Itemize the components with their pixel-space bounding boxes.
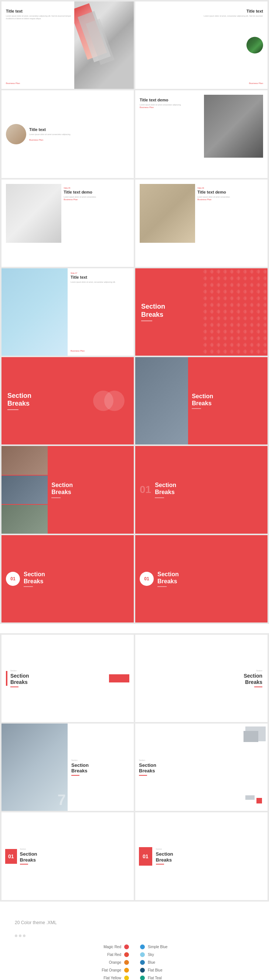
color-dot-magic-red (124, 945, 129, 949)
color-row-sky: Sky (140, 952, 254, 957)
nav-dots-deco (15, 934, 254, 937)
color-dot-flat-red (124, 952, 129, 957)
slide-body-2: Lorem ipsum dolor sit amet, consectetur … (140, 15, 263, 18)
left-color-column: Magic Red Flat Red Orange Flat Orange Fl… (15, 945, 129, 980)
ws-title-3: SectionBreaks (71, 762, 130, 774)
slide-8-red: SectionBreaks (135, 268, 267, 356)
ws-small-label-3: Section (71, 759, 130, 761)
slide-label-3: Business Plan (29, 139, 129, 141)
color-dot-flat-orange (124, 968, 129, 973)
sail-image (2, 268, 68, 356)
ws-title-1: SectionBreaks (10, 673, 106, 686)
color-theme-section: 20 Color theme .XML Magic Red Flat Red O… (0, 913, 269, 980)
cards-image (204, 95, 263, 158)
forest-circle (247, 37, 263, 54)
slide-title-4: Title text demo (140, 98, 203, 102)
section-underline-8 (141, 320, 152, 321)
slide-label-6: Business Plan (197, 198, 263, 200)
ws-title-5: SectionBreaks (20, 851, 37, 863)
ws-underline-5 (20, 864, 28, 864)
slide-body-1: Lorem ipsum dolor sit amet, consectetur … (6, 15, 74, 20)
slide-10-red: SectionBreaks (135, 357, 267, 444)
slide-4: Title text demo Lorem ipsum dolor sit am… (135, 90, 267, 178)
slide-body-6: Lorem ipsum dolor sit amet consectetur. (197, 196, 263, 198)
section-underline-10 (192, 408, 201, 409)
slide-2: Title text Lorem ipsum dolor sit amet, c… (135, 2, 267, 89)
collage-image (135, 357, 188, 444)
color-label-flat-yellow: Flat Yellow (103, 976, 121, 980)
slide-label-5: Business Plan (63, 198, 129, 200)
section-title-9: SectionBreaks (7, 392, 32, 408)
color-row-orange: Orange (15, 960, 129, 965)
section-title-8: SectionBreaks (141, 303, 165, 319)
slide-12-red: 01 SectionBreaks (135, 446, 267, 533)
section-underline-14 (157, 586, 167, 587)
color-label-flat-orange: Flat Orange (101, 968, 121, 972)
slide-13-red: 01 SectionBreaks (2, 535, 134, 622)
color-label-orange: Orange (109, 960, 121, 964)
color-dot-orange (124, 960, 129, 965)
color-row-flat-red: Flat Red (15, 952, 129, 957)
slide-14-red: 01 SectionBreaks (135, 535, 267, 622)
ws-underline-3 (71, 775, 79, 776)
white-slide-5: 01 Section SectionBreaks (2, 812, 134, 900)
slide-3: Title text Lorem ipsum dolor sit amet co… (2, 90, 134, 178)
section-title-12: SectionBreaks (155, 482, 176, 496)
slide-body-4: Lorem ipsum dolor sit amet consectetur a… (140, 103, 203, 106)
ws-title-6: SectionBreaks (156, 851, 173, 863)
color-label-magic-red: Magic Red (103, 945, 121, 949)
section-title-14: SectionBreaks (157, 571, 179, 585)
slide-tiny-label-7: Slide 07 (71, 272, 131, 274)
slide-title-5: Title text demo (63, 190, 129, 194)
slide-title-7: Title text (71, 275, 131, 279)
section-underline-9 (7, 409, 19, 410)
slide-1: Title text Lorem ipsum dolor sit amet, c… (2, 2, 134, 89)
number-circle-13: 01 (6, 572, 20, 586)
red-bar-number-5: 01 (5, 849, 17, 864)
number-circle-14: 01 (140, 572, 154, 586)
color-dot-simple-blue (140, 945, 145, 949)
hex-pattern (201, 268, 267, 356)
slide-5: Slide 05 Title text demo Lorem ipsum dol… (2, 180, 134, 267)
slide-tiny-label-5: Slide 05 (63, 187, 129, 189)
white-slides-grid: Section SectionBreaks Section SectionBre… (0, 633, 269, 902)
coffee-image (140, 184, 195, 243)
slide-title-6: Title text demo (197, 190, 263, 194)
ws-small-label-4: Section (139, 759, 204, 761)
ws-underline-4 (139, 775, 147, 776)
color-dot-flat-yellow (124, 975, 129, 980)
section-title-10: SectionBreaks (192, 393, 264, 407)
slide-title-2: Title text (140, 9, 263, 13)
red-vertical-bar (6, 671, 7, 686)
section-number-12: 01 (140, 484, 151, 496)
color-row-flat-blue: Flat Blue (140, 968, 254, 973)
slide-7: Slide 07 Title text Lorem ipsum dolor si… (2, 268, 134, 356)
ws-underline-1 (10, 687, 19, 687)
slide-body-5: Lorem ipsum dolor sit amet consectetur. (63, 196, 129, 198)
red-rect-deco (109, 674, 129, 682)
section-underline-13 (24, 586, 33, 587)
slide-label-4: Business Plan (140, 106, 203, 108)
color-row-blue: Blue (140, 960, 254, 965)
ws-small-label-6: Section (156, 848, 173, 850)
circle-deco-2 (93, 391, 114, 411)
slide-tiny-label-6: Slide 06 (197, 187, 263, 189)
ws-title-4: SectionBreaks (139, 762, 204, 774)
section-title-13: SectionBreaks (24, 571, 45, 585)
white-slide-3: 7 Section SectionBreaks (2, 724, 134, 811)
color-dot-flat-blue (140, 968, 145, 973)
red-bar-number-6: 01 (139, 847, 152, 865)
color-label-flat-blue: Flat Blue (148, 968, 162, 972)
ws-small-label-2: Section (256, 670, 262, 672)
color-row-flat-orange: Flat Orange (15, 968, 129, 973)
ws-small-label-5: Section (20, 848, 37, 850)
section-underline-12 (155, 497, 164, 498)
color-row-simple-blue: Simple Blue (140, 945, 254, 949)
ws-underline-6 (156, 864, 164, 864)
slide-label-7: Business Plan (71, 350, 131, 352)
section-title-11: SectionBreaks (51, 482, 130, 496)
section-underline-11 (51, 497, 60, 498)
slide-title-3: Title text (29, 127, 129, 132)
geo-shapes (208, 724, 267, 811)
woman-circle (6, 124, 26, 144)
